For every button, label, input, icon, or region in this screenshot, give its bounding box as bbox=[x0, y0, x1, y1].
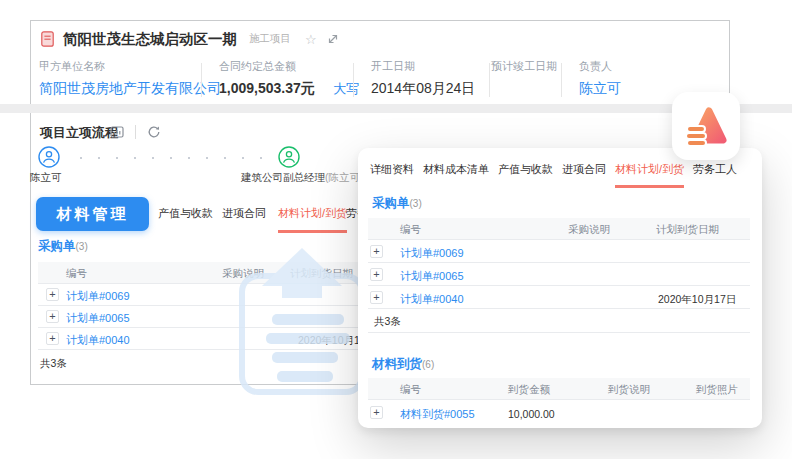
panel-arrival-heading: 材料到货(6) bbox=[372, 356, 434, 373]
field-label: 甲方单位名称 bbox=[39, 59, 221, 74]
table-row: + 计划单#0040 2020年10月17日 bbox=[368, 286, 750, 309]
purchase-count: (3) bbox=[410, 198, 422, 209]
col-desc: 采购说明 bbox=[222, 267, 264, 281]
app-window: 简阳世茂生态城启动区一期 施工项目 ☆ 甲方单位名称 简阳世茂房地产开发有限公司… bbox=[0, 0, 792, 459]
divider bbox=[353, 63, 354, 97]
material-management-button[interactable]: 材料管理 bbox=[36, 197, 149, 231]
panel-tab-material-cost-list[interactable]: 材料成本清单 bbox=[423, 162, 489, 188]
detail-panel: 详细资料 材料成本清单 产值与收款 进项合同 材料计划/到货 劳务工人 采购单(… bbox=[358, 148, 762, 428]
panel-tab-material-plan-arrival[interactable]: 材料计划/到货 bbox=[615, 162, 684, 188]
tab-incoming-contracts[interactable]: 进项合同 bbox=[222, 206, 266, 230]
col-photo: 到货照片 bbox=[696, 383, 738, 397]
col-id: 编号 bbox=[400, 383, 421, 397]
expand-row-button[interactable]: + bbox=[46, 310, 59, 323]
purchase-order-link[interactable]: 计划单#0065 bbox=[400, 269, 464, 284]
panel-purchase-heading: 采购单(3) bbox=[372, 195, 422, 212]
expand-row-button[interactable]: + bbox=[370, 406, 383, 419]
field-label: 开工日期 bbox=[371, 59, 475, 74]
contract-amount-value: 1,009,503.37元 bbox=[219, 80, 315, 98]
field-contract-amount: 合同约定总金额 1,009,503.37元 大写 bbox=[219, 59, 359, 98]
col-id: 编号 bbox=[400, 223, 421, 237]
table-footer: 共3条 bbox=[368, 309, 750, 333]
field-label: 预计竣工日期 bbox=[491, 59, 557, 74]
col-amount: 到货金额 bbox=[508, 383, 550, 397]
panel-arrival-table: 编号 到货金额 到货说明 到货照片 + 材料到货#0055 10,000.00 bbox=[368, 378, 750, 426]
field-party-a: 甲方单位名称 简阳世茂房地产开发有限公司 bbox=[39, 59, 221, 98]
col-desc: 到货说明 bbox=[608, 383, 650, 397]
field-label: 合同约定总金额 bbox=[219, 59, 359, 74]
arrival-count: (6) bbox=[422, 359, 434, 370]
arrival-heading-text: 材料到货 bbox=[372, 357, 422, 371]
purchase-order-link[interactable]: 计划单#0065 bbox=[66, 311, 130, 326]
planned-arrival-date: 2020年10月17日 bbox=[658, 293, 736, 307]
col-date: 计划到货日期 bbox=[290, 267, 353, 281]
purchase-count: (3) bbox=[76, 241, 88, 252]
field-finish-date: 预计竣工日期 bbox=[491, 59, 557, 92]
panel-tab-bar: 详细资料 材料成本清单 产值与收款 进项合同 材料计划/到货 劳务工人 bbox=[370, 162, 737, 188]
flow-start-name: 陈立可 bbox=[30, 171, 62, 185]
purchase-order-link[interactable]: 计划单#0040 bbox=[400, 292, 464, 307]
process-toolbar bbox=[110, 125, 161, 139]
purchase-order-link[interactable]: 计划单#0069 bbox=[400, 246, 464, 261]
app-logo-icon[interactable] bbox=[672, 92, 740, 160]
project-title-row: 简阳世茂生态城启动区一期 施工项目 ☆ bbox=[41, 29, 339, 49]
field-owner: 负责人 陈立可 bbox=[579, 59, 621, 98]
user-avatar-icon bbox=[38, 146, 60, 172]
field-label: 负责人 bbox=[579, 59, 621, 74]
table-row: + 材料到货#0055 10,000.00 bbox=[368, 400, 750, 426]
amount-in-words-link[interactable]: 大写 bbox=[333, 81, 359, 96]
expand-row-button[interactable]: + bbox=[46, 288, 59, 301]
panel-tab-output-and-receipts[interactable]: 产值与收款 bbox=[498, 162, 553, 188]
tab-output-and-receipts[interactable]: 产值与收款 bbox=[158, 206, 213, 230]
arrival-amount: 10,000.00 bbox=[508, 408, 555, 420]
material-arrival-link[interactable]: 材料到货#0055 bbox=[400, 407, 475, 422]
expand-row-button[interactable]: + bbox=[370, 291, 383, 304]
expand-row-button[interactable]: + bbox=[370, 268, 383, 281]
user-avatar-icon bbox=[278, 146, 300, 172]
purchase-section-heading: 采购单(3) bbox=[38, 238, 88, 255]
document-icon bbox=[41, 31, 54, 47]
purchase-heading-text: 采购单 bbox=[372, 196, 410, 210]
divider bbox=[561, 63, 562, 97]
table-row: + 计划单#0065 bbox=[368, 263, 750, 286]
purchase-order-link[interactable]: 计划单#0040 bbox=[66, 333, 130, 348]
star-icon[interactable]: ☆ bbox=[305, 33, 317, 46]
divider bbox=[489, 63, 490, 97]
refresh-icon[interactable] bbox=[147, 125, 161, 139]
party-a-link[interactable]: 简阳世茂房地产开发有限公司 bbox=[39, 80, 221, 98]
start-date-value: 2014年08月24日 bbox=[371, 80, 475, 98]
process-section-title: 项目立项流程 bbox=[40, 124, 118, 142]
divider bbox=[201, 63, 202, 97]
report-icon[interactable] bbox=[110, 125, 124, 139]
expand-row-button[interactable]: + bbox=[46, 332, 59, 345]
page-title: 简阳世茂生态城启动区一期 bbox=[63, 30, 237, 49]
col-date: 计划到货日期 bbox=[656, 223, 719, 237]
flow-connector bbox=[72, 156, 270, 160]
col-desc: 采购说明 bbox=[568, 223, 610, 237]
panel-purchase-table: 编号 采购说明 计划到货日期 + 计划单#0069 + 计划单#0065 + 计… bbox=[368, 218, 750, 333]
panel-tab-labor-workers[interactable]: 劳务工人 bbox=[693, 162, 737, 188]
tab-material-plan-arrival[interactable]: 材料计划/到货 bbox=[278, 206, 347, 233]
flow-end-name: 建筑公司副总经理(陈立可) bbox=[241, 171, 364, 185]
purchase-heading-text: 采购单 bbox=[38, 239, 76, 253]
project-type-tag: 施工项目 bbox=[249, 32, 291, 46]
expand-icon[interactable] bbox=[327, 33, 339, 45]
purchase-order-link[interactable]: 计划单#0069 bbox=[66, 289, 130, 304]
expand-row-button[interactable]: + bbox=[370, 245, 383, 258]
arrival-table-header: 编号 到货金额 到货说明 到货照片 bbox=[368, 378, 750, 400]
divider bbox=[135, 125, 136, 139]
flow-end-role: 建筑公司副总经理 bbox=[241, 171, 325, 183]
owner-link[interactable]: 陈立可 bbox=[579, 80, 621, 98]
panel-tab-details[interactable]: 详细资料 bbox=[370, 162, 414, 188]
purchase-table-header: 编号 采购说明 计划到货日期 bbox=[368, 218, 750, 240]
table-row: + 计划单#0069 bbox=[368, 240, 750, 263]
field-start-date: 开工日期 2014年08月24日 bbox=[371, 59, 475, 98]
panel-tab-incoming-contracts[interactable]: 进项合同 bbox=[562, 162, 606, 188]
col-id: 编号 bbox=[66, 267, 87, 281]
